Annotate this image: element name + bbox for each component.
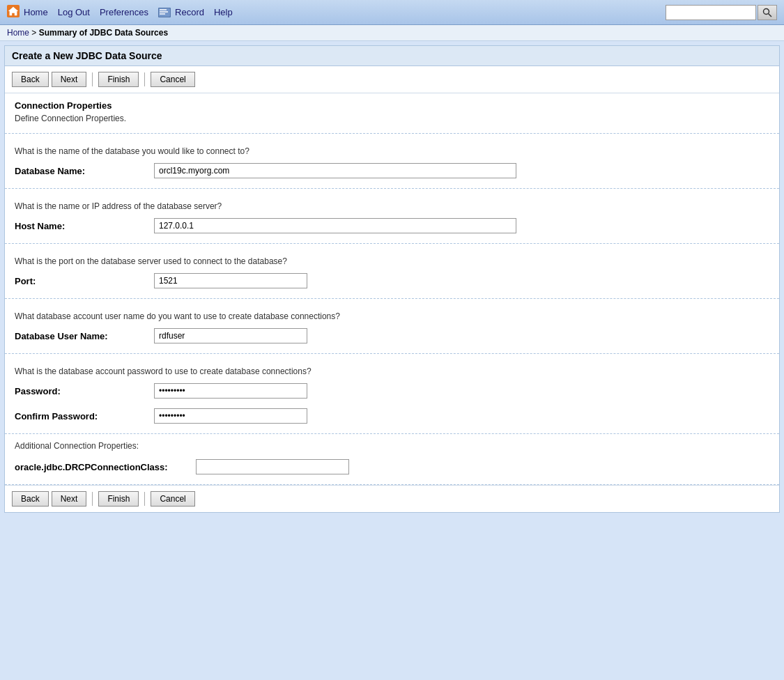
bottom-button-bar: Back Next Finish Cancel	[5, 485, 779, 512]
dbuser-row: Database User Name:	[15, 325, 769, 346]
svg-line-8	[769, 13, 772, 17]
breadcrumb-current: Summary of JDBC Data Sources	[39, 28, 168, 38]
hostname-question: What is the name or IP address of the da…	[15, 196, 769, 215]
finish-button-top[interactable]: Finish	[98, 72, 139, 87]
password-row: Password:	[15, 380, 769, 401]
dbname-row: Database Name:	[15, 160, 769, 181]
dbname-question: What is the name of the database you wou…	[15, 141, 769, 160]
drcp-label: oracle.jdbc.DRCPConnectionClass:	[15, 462, 196, 472]
preferences-link[interactable]: Preferences	[100, 7, 148, 17]
drcp-row: oracle.jdbc.DRCPConnectionClass:	[15, 456, 769, 477]
password-input-container	[154, 383, 307, 399]
button-separator	[144, 72, 145, 86]
dbuser-label: Database User Name:	[15, 331, 154, 341]
port-section: What is the port on the database server …	[5, 244, 779, 299]
confirm-password-input-container	[154, 408, 307, 424]
cancel-button-top[interactable]: Cancel	[151, 72, 194, 87]
home-icon[interactable]	[7, 5, 20, 20]
top-nav: Home Log Out Preferences Record Help	[0, 0, 784, 25]
password-section: What is the database account password to…	[5, 354, 779, 434]
breadcrumb-home[interactable]: Home	[7, 28, 29, 38]
connection-properties-header: Connection Properties Define Connection …	[5, 93, 779, 134]
hostname-section: What is the name or IP address of the da…	[5, 189, 779, 244]
additional-label: Additional Connection Properties:	[15, 441, 769, 451]
confirm-password-input[interactable]	[154, 408, 307, 424]
main-content: Create a New JDBC Data Source Back Next …	[4, 45, 780, 513]
cancel-button-bottom[interactable]: Cancel	[151, 491, 194, 507]
password-question: What is the database account password to…	[15, 361, 769, 380]
database-user-input[interactable]	[154, 328, 307, 343]
database-name-section: What is the name of the database you wou…	[5, 134, 779, 189]
confirm-password-row: Confirm Password:	[15, 405, 769, 426]
home-link[interactable]: Home	[24, 7, 48, 17]
hostname-row: Host Name:	[15, 215, 769, 236]
section-desc: Define Connection Properties.	[15, 114, 769, 123]
record-icon	[158, 8, 171, 17]
button-separator	[92, 72, 93, 86]
hostname-input-container	[154, 218, 516, 233]
dbuser-section: What database account user name do you w…	[5, 299, 779, 354]
hostname-input[interactable]	[154, 218, 516, 233]
section-title: Connection Properties	[15, 100, 769, 111]
svg-point-7	[764, 8, 769, 14]
button-separator	[92, 492, 93, 506]
additional-section: Additional Connection Properties: oracle…	[5, 434, 779, 485]
next-button-bottom[interactable]: Next	[52, 491, 87, 507]
breadcrumb: Home > Summary of JDBC Data Sources	[0, 25, 784, 41]
confirm-password-label: Confirm Password:	[15, 411, 154, 422]
dbname-input-container	[154, 163, 516, 178]
button-separator	[144, 492, 145, 506]
dbuser-input-container	[154, 328, 307, 343]
dbuser-question: What database account user name do you w…	[15, 306, 769, 325]
port-question: What is the port on the database server …	[15, 251, 769, 270]
search-input[interactable]	[666, 5, 756, 20]
logout-link[interactable]: Log Out	[58, 7, 90, 17]
breadcrumb-separator: >	[31, 28, 36, 38]
page-title: Create a New JDBC Data Source	[5, 46, 779, 66]
drcp-input-container	[196, 459, 349, 474]
back-button-bottom[interactable]: Back	[12, 491, 49, 507]
port-input[interactable]	[154, 273, 307, 288]
next-button-top[interactable]: Next	[52, 72, 87, 87]
password-label: Password:	[15, 386, 154, 396]
hostname-label: Host Name:	[15, 221, 154, 231]
help-link[interactable]: Help	[214, 7, 233, 17]
database-name-input[interactable]	[154, 163, 516, 178]
port-label: Port:	[15, 276, 154, 286]
search-box	[666, 5, 777, 20]
search-button[interactable]	[758, 5, 777, 20]
top-button-bar: Back Next Finish Cancel	[5, 66, 779, 93]
port-input-container	[154, 273, 307, 288]
password-input[interactable]	[154, 383, 307, 399]
record-link[interactable]: Record	[175, 7, 204, 17]
back-button-top[interactable]: Back	[12, 72, 49, 87]
finish-button-bottom[interactable]: Finish	[98, 491, 139, 507]
drcp-input[interactable]	[196, 459, 349, 474]
dbname-label: Database Name:	[15, 166, 154, 176]
port-row: Port:	[15, 270, 769, 291]
